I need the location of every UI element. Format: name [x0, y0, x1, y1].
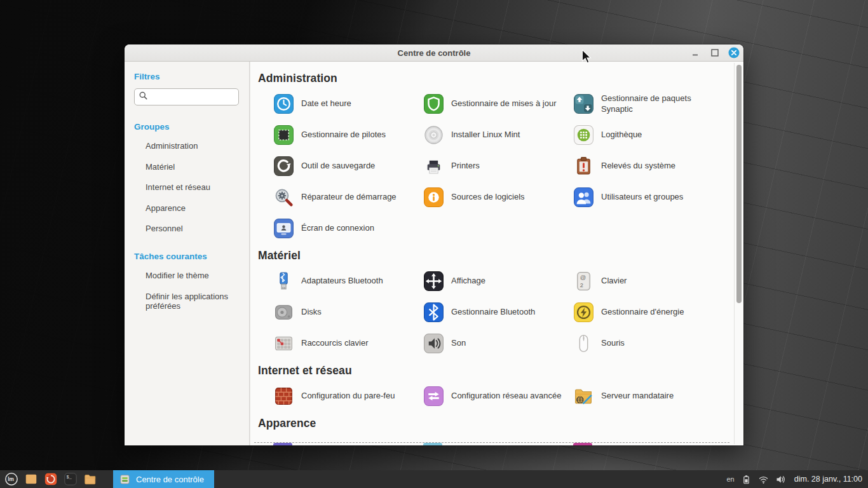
sections: AdministrationDate et heureGestionnaire … [258, 72, 724, 430]
app-releves-du-systeme[interactable]: Relevés du système [573, 156, 723, 177]
display-icon [423, 271, 444, 292]
app-logitheque[interactable]: Logithèque [573, 125, 723, 146]
minimize-button[interactable] [686, 44, 705, 62]
show-desktop-icon[interactable] [23, 471, 39, 487]
sidebar-tasks-list: Modifier le thèmeDéfinir les application… [134, 265, 239, 316]
app-printers[interactable]: Printers [423, 156, 573, 177]
keyboard-shortcuts-icon [273, 333, 294, 354]
svg-text:$_: $_ [67, 475, 72, 480]
synaptic-icon [573, 93, 594, 114]
app-gestionnaire-d-energie[interactable]: Gestionnaire d'énergie [573, 302, 723, 323]
maximize-button[interactable] [705, 44, 724, 62]
control-center-window: Centre de contrôle Filtres Groupes Admin… [125, 44, 743, 445]
sidebar-item-apparence[interactable]: Apparence [134, 198, 239, 219]
app-label: Disks [301, 307, 322, 317]
app-label: Utilisateurs et groupes [601, 192, 683, 202]
app-date-et-heure[interactable]: Date et heure [273, 93, 423, 114]
app-outil-de-sauvegarde[interactable]: Outil de sauvegarde [273, 156, 423, 177]
app-adaptateurs-bluetooth[interactable]: Adaptateurs Bluetooth [273, 271, 423, 292]
search-input[interactable] [151, 93, 234, 102]
system-tray: en dim. 28 janv., 11:00 [727, 474, 868, 485]
app-label: Logithèque [601, 130, 642, 140]
software-sources-icon [423, 187, 444, 208]
app-gestionnaire-de-pilotes[interactable]: Gestionnaire de pilotes [273, 125, 423, 146]
app-raccourcis-clavier[interactable]: Raccourcis clavier [273, 333, 423, 354]
volume-icon[interactable] [775, 474, 786, 485]
titlebar[interactable]: Centre de contrôle [125, 44, 743, 62]
app-serveur-mandataire[interactable]: Serveur mandataire [573, 386, 723, 407]
app-ecran-de-connexion[interactable]: Écran de connexion [273, 218, 423, 239]
clock[interactable]: dim. 28 janv., 11:00 [794, 475, 862, 484]
sidebar-item-internet-et-reseau[interactable]: Internet et réseau [134, 177, 239, 198]
users-groups-icon [573, 187, 594, 208]
section-administration: AdministrationDate et heureGestionnaire … [258, 72, 724, 239]
svg-text:@: @ [580, 274, 586, 281]
control-center-icon [119, 474, 130, 485]
app-reparateur-de-demarrage[interactable]: Réparateur de démarrage [273, 187, 423, 208]
app-label: Printers [451, 161, 480, 171]
battery-icon[interactable] [741, 474, 752, 485]
keyboard-layout-indicator[interactable]: en [727, 475, 735, 483]
clipped-app-icon [423, 443, 442, 445]
sidebar-task-modifier-le-theme[interactable]: Modifier le thème [134, 265, 239, 286]
app-label: Affichage [451, 276, 485, 286]
app-affichage[interactable]: Affichage [423, 271, 573, 292]
firewall-icon [273, 386, 294, 407]
svg-text:2: 2 [580, 282, 583, 288]
app-label: Clavier [601, 276, 627, 286]
network-advanced-icon [423, 386, 444, 407]
app-installer-linux-mint[interactable]: Installer Linux Mint [423, 125, 573, 146]
section-title: Matériel [258, 249, 724, 262]
app-label: Gestionnaire d'énergie [601, 307, 684, 317]
files-icon[interactable] [82, 471, 98, 487]
section-title: Apparence [258, 417, 724, 430]
boot-repair-icon [273, 187, 294, 208]
app-gestionnaire-de-mises-a-jour[interactable]: Gestionnaire de mises à jour [423, 93, 573, 114]
close-button[interactable] [724, 44, 743, 62]
clipped-app-icon [573, 443, 592, 445]
backup-icon [273, 156, 294, 177]
sidebar: Filtres Groupes AdministrationMatérielIn… [125, 62, 250, 445]
sidebar-item-personnel[interactable]: Personnel [134, 218, 239, 239]
app-configuration-du-pare-feu[interactable]: Configuration du pare-feu [273, 386, 423, 407]
clock-icon [273, 93, 294, 114]
taskbar-active-task[interactable]: Centre de contrôle [113, 470, 214, 488]
vertical-scrollbar[interactable] [734, 63, 742, 444]
sidebar-item-materiel[interactable]: Matériel [134, 156, 239, 177]
system-reports-icon [573, 156, 594, 177]
filters-title: Filtres [134, 72, 239, 81]
sidebar-item-administration[interactable]: Administration [134, 135, 239, 156]
app-label: Gestionnaire de paquets Synaptic [601, 93, 712, 114]
wifi-icon[interactable] [758, 474, 769, 485]
app-label: Souris [601, 338, 625, 348]
mint-menu-icon[interactable]: lm [3, 471, 20, 487]
app-sources-de-logiciels[interactable]: Sources de logiciels [423, 187, 573, 208]
app-utilisateurs-et-groupes[interactable]: Utilisateurs et groupes [573, 187, 723, 208]
search-box[interactable] [134, 88, 239, 105]
firefox-icon[interactable] [43, 471, 59, 487]
app-label: Réparateur de démarrage [301, 192, 397, 202]
app-label: Outil de sauvegarde [301, 161, 375, 171]
app-gestionnaire-bluetooth[interactable]: Gestionnaire Bluetooth [423, 302, 573, 323]
svg-text:lm: lm [8, 477, 14, 482]
scrollbar-thumb[interactable] [736, 65, 742, 303]
bluetooth-manager-icon [423, 302, 444, 323]
sidebar-task-definir-les-applications-preferees[interactable]: Définir les applications préférées [134, 286, 239, 316]
app-label: Gestionnaire Bluetooth [451, 307, 535, 317]
app-gestionnaire-de-paquets-synaptic[interactable]: Gestionnaire de paquets Synaptic [573, 93, 723, 114]
app-label: Son [451, 338, 466, 348]
app-disks[interactable]: Disks [273, 302, 423, 323]
app-label: Gestionnaire de mises à jour [451, 98, 556, 109]
software-manager-icon [573, 125, 594, 146]
desktop[interactable]: { "window": { "title": "Centre de contrô… [0, 0, 868, 488]
app-souris[interactable]: Souris [573, 333, 723, 354]
terminal-icon[interactable]: $_ [62, 471, 79, 487]
app-configuration-reseau-avancee[interactable]: Configuration réseau avancée [423, 386, 573, 407]
app-clavier[interactable]: @2Clavier [573, 271, 723, 292]
disks-icon [273, 302, 294, 323]
app-son[interactable]: Son [423, 333, 573, 354]
printer-icon [423, 156, 444, 177]
taskbar-launchers: lm$_ [0, 471, 98, 487]
app-label: Configuration réseau avancée [451, 391, 561, 401]
install-cd-icon [423, 125, 444, 146]
